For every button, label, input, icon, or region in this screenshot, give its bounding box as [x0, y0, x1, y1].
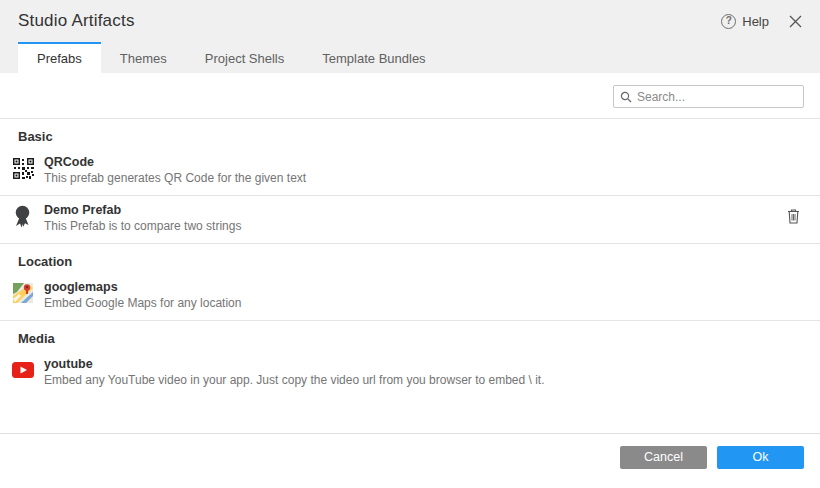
search-input[interactable]	[637, 90, 797, 104]
section-media: MediayoutubeEmbed any YouTube video in y…	[0, 321, 820, 397]
tab-template-bundles[interactable]: Template Bundles	[303, 42, 444, 73]
close-icon[interactable]	[789, 15, 802, 28]
tab-prefabs[interactable]: Prefabs	[18, 42, 101, 73]
ribbon-icon	[12, 205, 34, 227]
trash-icon[interactable]	[785, 206, 802, 230]
ok-button[interactable]: Ok	[717, 446, 804, 469]
help-icon: ?	[721, 14, 736, 29]
page-title: Studio Artifacts	[18, 11, 135, 31]
item-description: Embed Google Maps for any location	[44, 296, 802, 310]
qrcode-icon	[12, 157, 34, 179]
help-button[interactable]: ? Help	[721, 14, 769, 29]
item-text: youtubeEmbed any YouTube video in your a…	[44, 357, 802, 387]
content-area: BasicQRCodeThis prefab generates QR Code…	[0, 73, 820, 433]
item-text: QRCodeThis prefab generates QR Code for …	[44, 155, 802, 185]
search-box	[613, 85, 804, 108]
item-description: Embed any YouTube video in your app. Jus…	[44, 373, 802, 387]
section-location: LocationgooglemapsEmbed Google Maps for …	[0, 244, 820, 321]
tab-themes[interactable]: Themes	[101, 42, 186, 73]
cancel-button[interactable]: Cancel	[620, 446, 707, 469]
list-item[interactable]: Demo PrefabThis Prefab is to compare two…	[0, 196, 820, 244]
list-item[interactable]: googlemapsEmbed Google Maps for any loca…	[0, 273, 820, 321]
list-item[interactable]: QRCodeThis prefab generates QR Code for …	[0, 148, 820, 196]
item-description: This Prefab is to compare two strings	[44, 219, 785, 233]
section-header: Basic	[0, 119, 820, 148]
item-text: googlemapsEmbed Google Maps for any loca…	[44, 280, 802, 310]
item-title: QRCode	[44, 155, 802, 169]
googlemaps-icon	[12, 282, 34, 304]
list-item[interactable]: youtubeEmbed any YouTube video in your a…	[0, 350, 820, 397]
item-title: googlemaps	[44, 280, 802, 294]
section-header: Media	[0, 321, 820, 350]
dialog-footer: Cancel Ok	[0, 433, 820, 488]
section-header: Location	[0, 244, 820, 273]
item-title: youtube	[44, 357, 802, 371]
tab-project-shells[interactable]: Project Shells	[186, 42, 303, 73]
prefab-list: BasicQRCodeThis prefab generates QR Code…	[0, 119, 820, 397]
item-description: This prefab generates QR Code for the gi…	[44, 171, 802, 185]
item-text: Demo PrefabThis Prefab is to compare two…	[44, 203, 785, 233]
item-title: Demo Prefab	[44, 203, 785, 217]
section-basic: BasicQRCodeThis prefab generates QR Code…	[0, 119, 820, 244]
dialog-header: Studio Artifacts ? Help	[0, 0, 820, 42]
tab-bar: Prefabs Themes Project Shells Template B…	[0, 42, 820, 73]
youtube-icon	[12, 359, 34, 381]
help-label: Help	[742, 14, 769, 29]
search-icon	[620, 91, 632, 103]
search-row	[0, 73, 820, 119]
